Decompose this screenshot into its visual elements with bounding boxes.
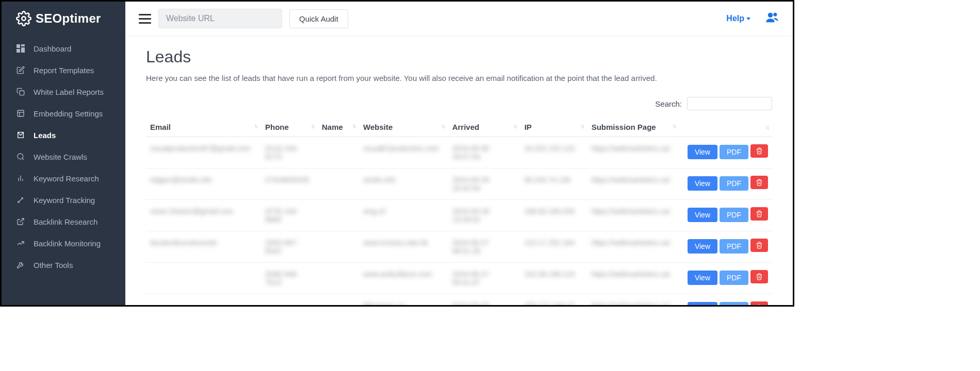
sidebar-item-label: Embedding Settings (34, 109, 103, 118)
view-button[interactable]: View (688, 208, 717, 222)
table-row: dscdxvdsvsvdvsvvdv(345) 687-6542www.invi… (146, 231, 772, 263)
svg-rect-6 (18, 110, 24, 116)
col-arrived[interactable]: Arrived↑↓ (448, 117, 520, 137)
svg-point-0 (22, 16, 26, 21)
sort-icon: ↑↓ (580, 123, 583, 130)
help-dropdown[interactable]: Help (726, 14, 750, 23)
cell-submission: https://webmarketers.ca/ (587, 263, 679, 294)
activity-icon (16, 239, 25, 248)
svg-rect-3 (21, 47, 25, 53)
sidebar-item-label: Report Templates (34, 66, 94, 75)
cell-email (146, 294, 261, 307)
svg-line-15 (19, 198, 23, 201)
pdf-button[interactable]: PDF (720, 208, 748, 222)
cell-phone: (514) 234-8173 (261, 137, 318, 168)
cell-arrived: 2024-09-27 05:41:07 (448, 263, 520, 294)
delete-button[interactable] (750, 270, 768, 283)
cell-name (318, 168, 359, 200)
cell-arrived: 2024-09-26 18:29:14 (448, 294, 520, 307)
cell-phone (261, 294, 318, 307)
sidebar-item-report-templates[interactable]: Report Templates (2, 59, 125, 81)
trash-icon (756, 147, 763, 155)
col-ip[interactable]: IP↑↓ (520, 117, 587, 137)
cell-actions: ViewPDF (679, 231, 772, 263)
cell-actions: ViewPDF (679, 294, 772, 307)
brand-logo[interactable]: SEOptimer (2, 2, 125, 38)
cell-website: www.acibuildcon.com (359, 263, 448, 294)
cell-website: visual87production.com (359, 137, 448, 168)
website-url-input[interactable] (158, 9, 282, 28)
view-button[interactable]: View (688, 145, 717, 159)
svg-point-14 (18, 201, 20, 203)
sidebar-item-leads[interactable]: Leads (2, 124, 125, 146)
cell-email: visualproduction87@gmail.com (146, 137, 261, 168)
trash-icon (756, 210, 763, 217)
leads-table: Email↑↓ Phone↑↓ Name↑↓ Website↑↓ Arrived… (146, 117, 772, 307)
cell-name (318, 200, 359, 231)
page-title: Leads (146, 47, 772, 66)
col-submission[interactable]: Submission Page↑↓ (587, 117, 679, 137)
trash-icon (756, 273, 763, 280)
sidebar-item-white-label[interactable]: White Label Reports (2, 81, 125, 103)
brand-text: SEOptimer (36, 11, 101, 26)
delete-button[interactable] (750, 176, 768, 189)
gear-icon (16, 11, 31, 26)
pdf-button[interactable]: PDF (720, 145, 748, 159)
delete-button[interactable] (750, 239, 768, 252)
sort-icon: ↑↓ (352, 123, 355, 130)
layout-icon (16, 109, 25, 118)
cell-ip: 85.254.74.135 (520, 168, 587, 200)
sidebar-item-keyword-research[interactable]: Keyword Research (2, 167, 125, 189)
delete-button[interactable] (750, 207, 768, 221)
sidebar-item-embedding[interactable]: Embedding Settings (2, 103, 125, 124)
pdf-button[interactable]: PDF (720, 176, 748, 191)
search-input[interactable] (687, 97, 772, 110)
page-content: Leads Here you can see the list of leads… (125, 36, 793, 307)
col-email[interactable]: Email↑↓ (146, 117, 261, 137)
sidebar-item-label: Keyword Research (34, 174, 99, 183)
cell-arrived: 2024-09-29 13:28:02 (448, 200, 520, 231)
menu-toggle-icon[interactable] (139, 12, 151, 25)
sidebar-item-keyword-tracking[interactable]: Keyword Tracking (2, 189, 125, 211)
help-label: Help (726, 14, 744, 23)
target-icon (16, 195, 25, 205)
view-button[interactable]: View (688, 271, 717, 285)
cell-website: liftingstars.ca (359, 294, 448, 307)
pdf-button[interactable]: PDF (720, 302, 748, 307)
sidebar-item-label: Backlink Monitoring (34, 239, 101, 248)
col-website[interactable]: Website↑↓ (359, 117, 448, 137)
sidebar-item-backlink-research[interactable]: Backlink Research (2, 211, 125, 232)
sort-icon: ↑↓ (254, 123, 257, 130)
view-button[interactable]: View (688, 302, 717, 307)
col-name[interactable]: Name↑↓ (318, 117, 359, 137)
sidebar-item-crawls[interactable]: Website Crawls (2, 146, 125, 167)
cell-submission: https://webmarketers.ca/ (587, 168, 679, 200)
delete-button[interactable] (750, 144, 768, 158)
pdf-button[interactable]: PDF (720, 239, 748, 254)
delete-button[interactable] (750, 301, 768, 307)
sidebar-item-label: Leads (34, 131, 56, 140)
sidebar-item-label: White Label Reports (34, 88, 104, 96)
col-actions: ↑↓ (679, 117, 772, 137)
table-row: victor.charton@gmail.com(079) 104-6680wn… (146, 200, 772, 231)
table-row: liftingstars.ca2024-09-26 18:29:14209.12… (146, 294, 772, 307)
cell-email (146, 263, 261, 294)
quick-audit-button[interactable]: Quick Audit (289, 9, 348, 28)
sidebar: SEOptimer Dashboard Report Templates Whi… (2, 2, 125, 305)
users-icon[interactable] (765, 10, 779, 27)
view-button[interactable]: View (688, 176, 717, 191)
cell-phone: 07434630435 (261, 168, 318, 200)
pdf-button[interactable]: PDF (720, 271, 748, 285)
chevron-down-icon (746, 18, 750, 20)
cell-website: www.invictus.edu.hk (359, 231, 448, 263)
sidebar-item-label: Other Tools (34, 261, 73, 269)
cell-phone: (079) 104-6680 (261, 200, 318, 231)
sort-icon: ↑↓ (441, 123, 444, 130)
sidebar-item-dashboard[interactable]: Dashboard (2, 38, 125, 59)
sort-icon: ↑↓ (311, 123, 314, 130)
view-button[interactable]: View (688, 239, 717, 254)
sidebar-item-backlink-monitoring[interactable]: Backlink Monitoring (2, 232, 125, 254)
col-phone[interactable]: Phone↑↓ (261, 117, 318, 137)
sidebar-item-other-tools[interactable]: Other Tools (2, 254, 125, 276)
cell-website: strolis.info (359, 168, 448, 200)
